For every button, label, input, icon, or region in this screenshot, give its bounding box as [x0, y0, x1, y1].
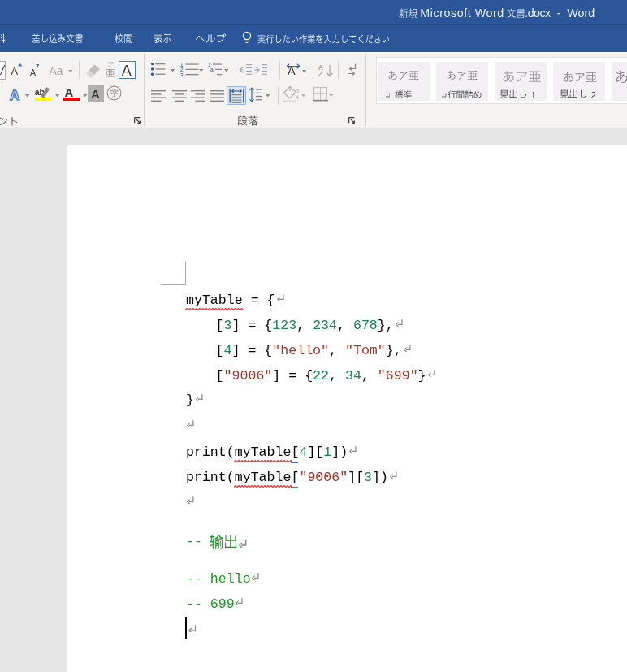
svg-text:3: 3: [180, 72, 184, 76]
svg-text:i: i: [213, 72, 214, 76]
